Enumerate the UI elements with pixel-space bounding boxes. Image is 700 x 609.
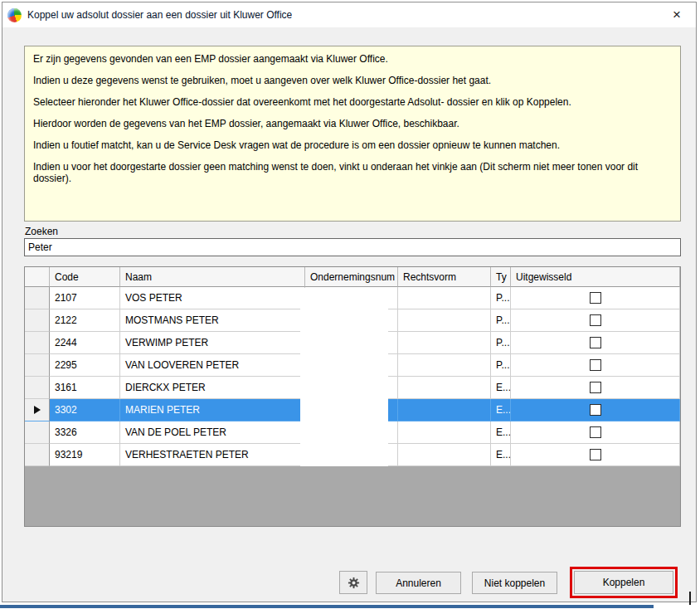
header-type[interactable]: Ty <box>491 267 511 287</box>
cell-naam: VAN LOOVEREN PETER <box>120 354 305 377</box>
cell-rechtsvorm <box>398 354 491 377</box>
header-uitgewisseld[interactable]: Uitgewisseld <box>511 267 680 287</box>
cell-code: 2107 <box>50 287 120 309</box>
cell-naam: VAN DE POEL PETER <box>120 421 305 444</box>
koppelen-highlight-annotation: Koppelen <box>570 567 678 598</box>
row-selector-cell <box>25 309 50 332</box>
dialog-window: Koppel uw adsolut dossier aan een dossie… <box>2 2 697 602</box>
cell-type: P... <box>491 287 511 309</box>
title-bar: Koppel uw adsolut dossier aan een dossie… <box>2 2 696 27</box>
uitgewisseld-checkbox[interactable] <box>590 292 601 304</box>
cell-uitgewisseld <box>511 309 680 332</box>
niet-koppelen-button[interactable]: Niet koppelen <box>472 572 557 594</box>
settings-button[interactable] <box>339 571 367 594</box>
grid-header: Code Naam Ondernemingsnum Rechtsvorm Ty … <box>25 267 680 287</box>
info-paragraph: Hierdoor worden de gegevens van het EMP … <box>33 118 672 129</box>
uitgewisseld-checkbox[interactable] <box>590 337 601 348</box>
info-paragraph: Indien u deze gegevens wenst te gebruike… <box>33 75 672 86</box>
cell-uitgewisseld <box>511 444 680 466</box>
row-selector-cell <box>25 332 50 354</box>
row-selector-cell <box>25 421 50 444</box>
koppelen-button[interactable]: Koppelen <box>574 571 673 594</box>
info-paragraph: Indien u foutief matcht, kan u de Servic… <box>33 139 672 151</box>
cell-uitgewisseld <box>511 354 680 377</box>
cell-uitgewisseld <box>511 332 680 354</box>
cell-rechtsvorm <box>398 421 491 444</box>
close-icon[interactable]: × <box>663 3 691 27</box>
uitgewisseld-checkbox[interactable] <box>590 449 601 460</box>
cell-code: 93219 <box>50 444 120 466</box>
current-row-arrow-icon <box>34 406 41 414</box>
cell-rechtsvorm <box>398 444 491 466</box>
redaction-overlay <box>300 288 388 466</box>
cell-rechtsvorm <box>398 332 491 354</box>
cancel-button[interactable]: Annuleren <box>376 572 461 594</box>
uitgewisseld-checkbox[interactable] <box>590 359 601 371</box>
cell-uitgewisseld <box>511 399 680 421</box>
cell-type: P... <box>491 354 511 377</box>
cell-uitgewisseld <box>511 421 680 444</box>
cell-code: 3302 <box>50 399 120 421</box>
header-ondernemingsnummer[interactable]: Ondernemingsnum <box>305 267 398 287</box>
uitgewisseld-checkbox[interactable] <box>590 404 601 416</box>
cell-code: 3161 <box>50 377 120 399</box>
dossier-grid: Code Naam Ondernemingsnum Rechtsvorm Ty … <box>24 266 681 527</box>
header-code[interactable]: Code <box>50 267 120 287</box>
cell-rechtsvorm <box>398 377 491 399</box>
info-paragraph: Er zijn gegevens gevonden van een EMP do… <box>33 53 672 65</box>
uitgewisseld-checkbox[interactable] <box>590 382 601 393</box>
row-selector-cell <box>25 377 50 399</box>
cell-naam: VERWIMP PETER <box>120 332 305 354</box>
cell-rechtsvorm <box>398 399 491 421</box>
info-paragraph: Selecteer hieronder het Kluwer Office-do… <box>33 96 672 108</box>
info-paragraph: Indien u voor het doorgestarte dossier g… <box>33 161 672 184</box>
cell-code: 2295 <box>50 354 120 377</box>
info-panel: Er zijn gegevens gevonden van een EMP do… <box>24 46 681 222</box>
cell-rechtsvorm <box>398 309 491 332</box>
cell-naam: VOS PETER <box>120 287 305 309</box>
header-selector <box>25 267 50 287</box>
row-selector-cell <box>25 399 50 421</box>
cell-naam: MARIEN PETER <box>120 399 305 421</box>
cell-uitgewisseld <box>511 287 680 309</box>
cell-code: 2122 <box>50 309 120 332</box>
cell-rechtsvorm <box>398 287 491 309</box>
cell-code: 3326 <box>50 421 120 444</box>
uitgewisseld-checkbox[interactable] <box>590 426 601 438</box>
cell-code: 2244 <box>50 332 120 354</box>
cell-type: E... <box>491 377 511 399</box>
cell-type: E... <box>491 444 511 466</box>
row-selector-cell <box>25 354 50 377</box>
corner-mark-artifact <box>689 592 691 605</box>
row-selector-cell <box>25 444 50 466</box>
cell-type: P... <box>491 309 511 332</box>
header-naam[interactable]: Naam <box>120 267 305 287</box>
search-input[interactable] <box>24 238 681 256</box>
cell-uitgewisseld <box>511 377 680 399</box>
cell-naam: DIERCKX PETER <box>120 377 305 399</box>
header-rechtsvorm[interactable]: Rechtsvorm <box>398 267 491 287</box>
app-icon <box>7 8 22 22</box>
cell-type: E... <box>491 421 511 444</box>
gear-icon <box>348 577 360 589</box>
cell-type: E... <box>491 399 511 421</box>
row-selector-cell <box>25 287 50 309</box>
window-title: Koppel uw adsolut dossier aan een dossie… <box>27 9 292 21</box>
cell-naam: MOSTMANS PETER <box>120 309 305 332</box>
uitgewisseld-checkbox[interactable] <box>590 314 601 326</box>
cell-type: P... <box>491 332 511 354</box>
cell-naam: VERHESTRAETEN PETER <box>120 444 305 466</box>
search-label: Zoeken <box>25 226 58 237</box>
bottom-edge-artifact <box>0 605 654 608</box>
